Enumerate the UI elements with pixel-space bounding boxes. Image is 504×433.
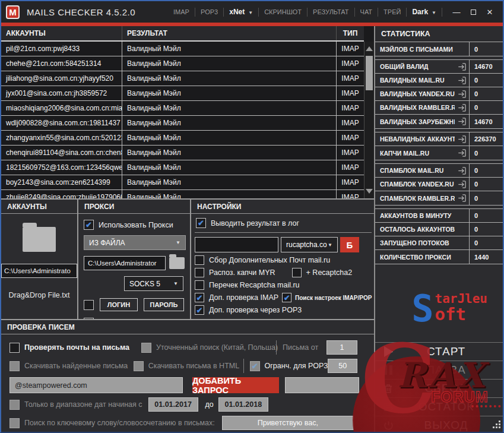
export-icon[interactable] — [455, 87, 469, 100]
stat-label: АККАУНТОВ В МИНУТУ — [375, 209, 455, 222]
export-icon[interactable] — [455, 101, 469, 114]
theme-dropdown[interactable]: Dark▼ — [407, 8, 442, 16]
check-mails-checkbox[interactable] — [9, 343, 20, 353]
column-header-accounts[interactable]: АККАУНТЫ — [1, 26, 122, 40]
export-icon[interactable] — [455, 146, 469, 160]
balance-button[interactable]: Б — [340, 237, 359, 252]
captcha-key-input[interactable] — [195, 237, 278, 252]
recaptcha-mailru-checkbox[interactable] — [195, 280, 204, 290]
proxy-file-path[interactable]: C:\Users\Administrator — [84, 256, 166, 270]
log-output-checkbox[interactable] — [196, 218, 206, 228]
table-row[interactable]: zhujie8249@sina.com:zhujie1979060 Валидн… — [1, 190, 364, 198]
stat-value: 14670 — [469, 60, 503, 73]
export-icon[interactable] — [455, 191, 469, 205]
result-cell: Валидный Мэйл — [122, 116, 337, 130]
add-query-button[interactable]: ДОБАВИТЬ ЗАПРОС — [192, 377, 279, 393]
log-output-label: Выводить результат в лог — [211, 219, 299, 227]
column-header-result[interactable]: РЕЗУЛЬТАТ — [122, 26, 337, 40]
browse-folder-icon[interactable] — [169, 257, 185, 269]
resize-grip[interactable] — [489, 416, 500, 428]
date-range-label: Только в диапазоне дат начиная с — [24, 400, 142, 409]
accounts-panel-title: АККАУНТЫ — [1, 200, 77, 214]
keyword-search-checkbox[interactable] — [9, 418, 20, 428]
reset-button[interactable]: СБРОС — [375, 379, 503, 397]
table-scrollbar[interactable] — [364, 42, 374, 198]
table-row[interactable]: pil@21cn.com:pwj8433 Валидный Мэйл IMAP — [1, 42, 364, 56]
pause-button[interactable]: ПАУЗА — [375, 361, 503, 379]
stat-label: ВАЛИДНЫХ ЗАРУБЕЖНЫХ — [375, 115, 455, 128]
download-found-checkbox[interactable] — [9, 361, 20, 371]
folder-icon[interactable] — [23, 227, 56, 252]
menu-screenshot[interactable]: СКРИНШОТ — [259, 8, 307, 15]
download-html-checkbox[interactable] — [134, 361, 144, 371]
proxy-auth-checkbox[interactable] — [84, 300, 94, 310]
refined-search-label: Уточненный поиск (Китай, Польша) — [156, 343, 270, 352]
scroll-up-icon[interactable] — [366, 46, 373, 51]
date-range-checkbox[interactable] — [9, 400, 20, 410]
date-from-input[interactable]: 01.01.2017 — [148, 397, 198, 412]
menu-result[interactable]: РЕЗУЛЬТАТ — [308, 8, 354, 15]
export-icon[interactable] — [455, 164, 469, 177]
download-found-label: Скачивать найденные письма — [24, 362, 134, 370]
recaptcha2-checkbox[interactable] — [292, 268, 302, 277]
scroll-down-icon[interactable] — [366, 189, 373, 194]
imap-check-checkbox[interactable] — [195, 293, 204, 302]
scrollbar-thumb[interactable] — [366, 56, 373, 90]
export-icon[interactable] — [455, 60, 469, 73]
table-row[interactable]: jiliahong@sina.com.cn:yjhayyf520 Валидны… — [1, 71, 364, 86]
start-button[interactable]: СТАРТ — [375, 342, 503, 361]
query-extra-input[interactable] — [285, 377, 359, 393]
menu-imap[interactable]: IMAP — [168, 8, 195, 15]
pop3-check-checkbox[interactable] — [195, 305, 204, 315]
export-icon[interactable] — [455, 178, 469, 191]
menu-pop3[interactable]: POP3 — [195, 8, 223, 15]
password-button[interactable]: ПАРОЛЬ — [144, 298, 184, 311]
table-row[interactable]: boy2143@sina.com:zen6214399 Валидный Мэй… — [1, 175, 364, 190]
collect-mailru-checkbox[interactable] — [195, 255, 204, 265]
menu-chat[interactable]: ЧАТ — [355, 8, 378, 15]
captcha-service-dropdown[interactable]: rucaptcha.co ▼ — [281, 237, 338, 252]
table-row[interactable]: 18215609752@163.com:123456qwer Валидный … — [1, 160, 364, 175]
table-row[interactable]: chenqirui891104@sina.com.cn:chen8 Валидн… — [1, 146, 364, 160]
stat-label: КОЛИЧЕСТВО ПРОКСИ — [375, 250, 455, 264]
minimize-button[interactable]: — — [448, 8, 465, 17]
menu-xnet-dropdown[interactable]: xNet▼ — [224, 8, 258, 16]
table-row[interactable]: miaoshiqiang2006@sina.com.cn:miao Валидн… — [1, 101, 364, 116]
stat-row: АККАУНТОВ В МИНУТУ 0 — [375, 209, 503, 223]
stat-group: ОБЩИЙ ВАЛИД 14670 ВАЛИДНЫХ MAIL.RU 0 — [375, 59, 503, 129]
refined-search-checkbox[interactable] — [141, 343, 151, 353]
proxy-type-dropdown[interactable]: SOCKS 5 ▼ — [124, 276, 183, 291]
settings-panel: НАСТРОЙКИ Выводить результат в лог rucap… — [191, 200, 375, 319]
export-icon[interactable] — [455, 74, 469, 87]
use-proxy-checkbox[interactable] — [84, 220, 94, 230]
column-header-type[interactable]: ТИП — [337, 26, 364, 40]
query-input[interactable]: @steampowered.com — [9, 377, 183, 393]
table-row[interactable]: zhangyanxin55@sina.com.cn:520123 Валидны… — [1, 131, 364, 146]
account-cell: boy2143@sina.com:zen6214399 — [1, 175, 122, 189]
play-icon — [375, 346, 401, 357]
save-icon — [375, 402, 401, 412]
accounts-file-path[interactable]: C:\Users\Administrato — [1, 264, 77, 278]
pop3-limit-checkbox[interactable] — [250, 361, 260, 371]
proxy-source-dropdown[interactable]: ИЗ ФАЙЛА ▼ — [84, 235, 186, 250]
table-row[interactable]: wdlj090828@sina.com.cn:19811437 Валидный… — [1, 116, 364, 131]
export-icon[interactable] — [455, 115, 469, 128]
date-to-input[interactable]: 01.01.2018 — [218, 397, 268, 412]
pop3-limit-input[interactable]: 50 — [328, 359, 357, 373]
imap-pop-search-checkbox[interactable] — [282, 293, 291, 302]
rest-button[interactable]: ОСТАТОК — [375, 397, 503, 416]
table-row[interactable]: chehe@21cn.com:584251314 Валидный Мэйл I… — [1, 56, 364, 71]
letters-from-input[interactable]: 1 — [327, 340, 357, 355]
close-button[interactable]: ✕ — [481, 8, 498, 17]
table-row[interactable]: jyx001@sina.com.cn:jh3859572 Валидный Мэ… — [1, 86, 364, 101]
myr-captcha-checkbox[interactable] — [195, 268, 204, 277]
exit-button[interactable]: ВЫХОД — [375, 416, 503, 433]
proxy-panel: ПРОКСИ Использовать Прокси ИЗ ФАЙЛА ▼ C:… — [78, 200, 191, 319]
keyword-input[interactable]: Приветствую вас, — [222, 416, 354, 430]
export-icon[interactable] — [455, 132, 469, 146]
result-cell: Валидный Мэйл — [122, 190, 337, 198]
login-button[interactable]: ЛОГИН — [100, 298, 138, 311]
recaptcha2-label: + Recaptcha2 — [306, 268, 352, 277]
menu-tray[interactable]: ТРЕЙ — [378, 8, 406, 15]
maximize-button[interactable] — [465, 8, 481, 17]
